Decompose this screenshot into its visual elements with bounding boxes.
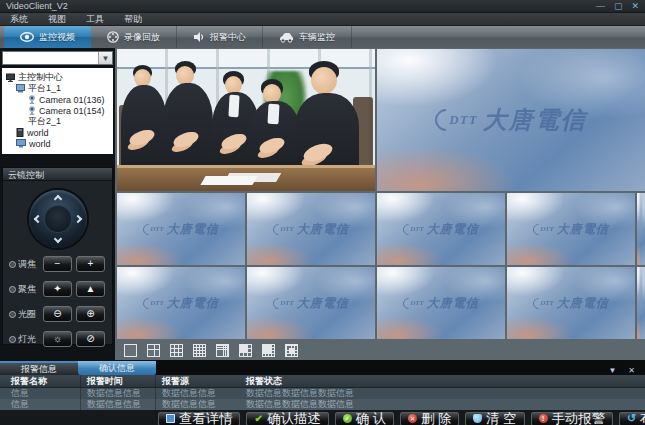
tree-label: 平台1_1 [28, 82, 61, 95]
video-tile-live[interactable] [117, 49, 375, 191]
ptz-center-knob[interactable] [45, 206, 71, 232]
clear-button[interactable]: 清 空 [465, 412, 524, 425]
menu-system[interactable]: 系统 [10, 13, 28, 26]
dtt-logo: DTT大唐電信 [533, 295, 609, 312]
monitor-blue-icon [16, 139, 26, 148]
video-tile-idle[interactable]: DTT大唐電信 [507, 267, 635, 339]
video-tile-idle[interactable]: DTT大唐電信 [247, 193, 375, 265]
dtt-logo: DTT大唐電信 [143, 295, 219, 312]
video-tile-idle[interactable]: DTT大唐電信 [117, 267, 245, 339]
confirm-description-button[interactable]: ✔确认描述 [246, 412, 328, 425]
chevron-down-icon[interactable]: ▼ [98, 52, 112, 64]
tab-alarm-info[interactable]: 报警信息 [0, 361, 78, 375]
tree-item-camera-136[interactable]: Camera 01(136) [4, 94, 111, 105]
tab-playback[interactable]: 录像回放 [91, 26, 177, 48]
ptz-left-icon[interactable] [33, 215, 41, 223]
tree-item-platform1[interactable]: 平台1_1 [4, 83, 111, 94]
col-alarm-source: 报警源 [155, 375, 228, 388]
ptz-up-icon[interactable] [53, 195, 61, 203]
menu-view[interactable]: 视图 [48, 13, 66, 26]
light-off-button[interactable]: ⊘ [76, 331, 105, 347]
video-tile-idle[interactable]: DTT 大唐電信 [377, 49, 645, 191]
tree-item-world-2[interactable]: world [4, 138, 111, 149]
tab-alarm-center[interactable]: 报警中心 [177, 26, 263, 48]
tree-item-platform2[interactable]: 平台2_1 [4, 116, 111, 127]
layout-6-button[interactable] [237, 342, 254, 359]
menu-tools[interactable]: 工具 [86, 13, 104, 26]
light-on-button[interactable]: ☼ [43, 331, 72, 347]
close-icon[interactable]: ✕ [631, 1, 639, 11]
dtt-logo: DTT大唐電信 [273, 221, 349, 238]
zoom-minus-button[interactable]: − [43, 256, 72, 272]
ptz-row-label: 聚焦 [18, 283, 36, 296]
button-label: 确 认 [356, 410, 386, 425]
logo-text: 大唐電信 [167, 221, 219, 238]
tree-item-world-1[interactable]: world [4, 127, 111, 138]
ptz-right-icon[interactable] [73, 215, 81, 223]
video-tile-idle[interactable]: DTT大唐電信 [117, 193, 245, 265]
manual-alarm-button[interactable]: 手动报警 [531, 412, 613, 425]
layout-9-button[interactable] [168, 342, 185, 359]
logo-crescent-icon [401, 295, 417, 311]
confirm-icon [343, 414, 352, 423]
delete-button[interactable]: 删 除 [400, 412, 459, 425]
delete-icon [408, 414, 417, 423]
focus-near-button[interactable]: ✦ [43, 281, 72, 297]
layout-1-button[interactable] [122, 342, 139, 359]
minimize-icon[interactable]: — [596, 1, 605, 11]
paper-shape [200, 176, 257, 185]
layout-4-icon [147, 344, 160, 357]
tab-label: 车辆监控 [299, 31, 335, 44]
view-details-button[interactable]: 查看详情 [158, 412, 240, 425]
layout-16-button[interactable] [191, 342, 208, 359]
menu-help[interactable]: 帮助 [124, 13, 142, 26]
table-row[interactable]: 信息 数据信息信息 数据信息信息 数据信息数据信息数据信息 [0, 399, 645, 410]
dtt-logo: DTT大唐電信 [143, 221, 219, 238]
tab-monitor-video[interactable]: 监控视频 [4, 26, 91, 48]
layout-25-icon [216, 344, 229, 357]
device-combo[interactable]: ▼ [2, 51, 113, 65]
video-tile-partial[interactable] [637, 267, 645, 339]
tree-label: world [27, 128, 49, 138]
alarm-tab-strip: 报警信息 确认信息 ▼ ✕ [0, 360, 645, 375]
layout-9-icon [170, 344, 183, 357]
tab-confirm-info[interactable]: 确认信息 [78, 361, 156, 375]
layout-10-button[interactable] [283, 342, 300, 359]
layout-4-button[interactable] [145, 342, 162, 359]
video-grid: DTT 大唐電信 DTT大唐電信 DTT大唐電信 DTT大唐電信 DTT大唐電信… [115, 48, 645, 360]
zoom-plus-button[interactable]: + [76, 256, 105, 272]
ptz-dpad[interactable] [29, 190, 87, 248]
video-tile-partial[interactable] [637, 193, 645, 265]
conference-scene [117, 49, 375, 191]
alarm-button-bar: 查看详情 ✔确认描述 确 认 删 除 清 空 手动报警 ↺布 防 [0, 410, 645, 425]
window-title: VideoClient_V2 [6, 1, 68, 11]
button-label: 布 防 [640, 410, 645, 425]
arm-button[interactable]: ↺布 防 [619, 412, 645, 425]
button-label: 手动报警 [552, 410, 605, 425]
iris-open-button[interactable]: ⊕ [76, 306, 105, 322]
logo-crescent-icon [141, 221, 157, 237]
zoom-dot-icon [9, 261, 16, 268]
tab-vehicle-monitor[interactable]: 车辆监控 [263, 26, 352, 48]
dtt-logo: DTT大唐電信 [403, 295, 479, 312]
confirm-button[interactable]: 确 认 [335, 412, 394, 425]
video-tile-idle[interactable]: DTT大唐電信 [247, 267, 375, 339]
video-tile-idle[interactable]: DTT大唐電信 [377, 193, 505, 265]
video-tile-idle[interactable]: DTT大唐電信 [377, 267, 505, 339]
logo-text: 大唐電信 [557, 221, 609, 238]
light-dot-icon [9, 336, 16, 343]
iris-close-button[interactable]: ⊖ [43, 306, 72, 322]
nav-toolbar: 监控视频 录像回放 报警中心 车辆监控 [0, 26, 645, 48]
layout-25-button[interactable] [214, 342, 231, 359]
ptz-panel-title: 云镜控制 [3, 168, 112, 181]
focus-far-button[interactable]: ▲ [76, 281, 105, 297]
layout-8-button[interactable] [260, 342, 277, 359]
logo-crescent-icon [531, 295, 547, 311]
logo-text: 大唐電信 [167, 295, 219, 312]
ptz-down-icon[interactable] [53, 235, 61, 243]
alarm-panel: 报警信息 确认信息 ▼ ✕ 报警名称 报警时间 报警源 报警状态 信息 数据信息… [0, 360, 645, 425]
video-tile-idle[interactable]: DTT大唐電信 [507, 193, 635, 265]
clear-icon [473, 414, 482, 423]
logo-text: 大唐電信 [483, 104, 587, 136]
maximize-icon[interactable]: ▢ [614, 1, 623, 11]
